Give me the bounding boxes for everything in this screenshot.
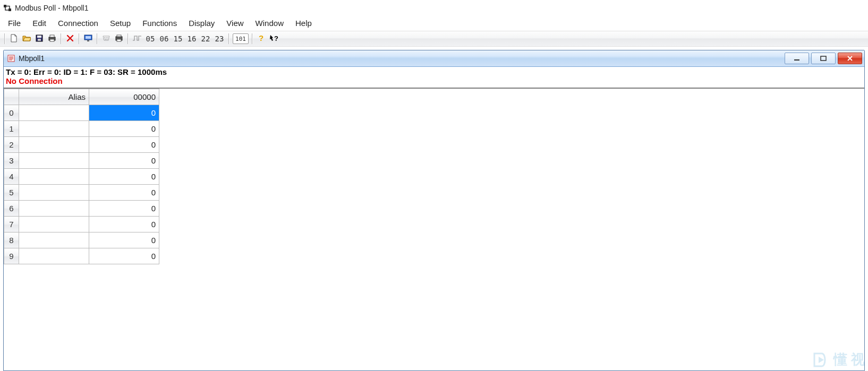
cell-alias[interactable] — [19, 169, 89, 185]
main-titlebar: Modbus Poll - Mbpoll1 — [0, 0, 868, 16]
cell-alias[interactable] — [19, 105, 89, 121]
table-row[interactable]: 70 — [4, 217, 159, 232]
svg-point-14 — [105, 39, 106, 40]
row-header[interactable]: 2 — [4, 137, 19, 153]
cell-alias[interactable] — [19, 201, 89, 217]
header-alias[interactable]: Alias — [19, 89, 89, 105]
fn-code-label: 16 — [188, 34, 197, 43]
menu-help[interactable]: Help — [290, 18, 318, 29]
svg-rect-7 — [50, 39, 54, 41]
new-button[interactable] — [7, 32, 20, 45]
child-titlebar[interactable]: Mbpoll1 — [4, 50, 864, 67]
svg-point-13 — [107, 37, 108, 38]
svg-text:?: ? — [274, 34, 278, 42]
child-window-controls — [785, 53, 863, 64]
fn-06-button[interactable]: 06 — [157, 32, 171, 45]
fn-15-button[interactable]: 15 — [171, 32, 185, 45]
cell-alias[interactable] — [19, 248, 89, 264]
svg-rect-17 — [117, 35, 121, 37]
table-row[interactable]: 40 — [4, 169, 159, 185]
menu-window[interactable]: Window — [250, 18, 290, 29]
cell-value[interactable]: 0 — [89, 248, 159, 264]
cell-value[interactable]: 0 — [89, 232, 159, 248]
whats-this-button[interactable]: ? — [268, 32, 280, 45]
fn-16-button[interactable]: 16 — [185, 32, 199, 45]
row-header[interactable]: 9 — [4, 248, 19, 264]
svg-point-11 — [104, 37, 105, 38]
disconnect-button[interactable] — [64, 32, 76, 45]
menu-display[interactable]: Display — [183, 18, 220, 29]
maximize-button[interactable] — [811, 53, 836, 64]
row-header[interactable]: 8 — [4, 232, 19, 248]
cell-value[interactable]: 0 — [89, 169, 159, 185]
menu-connection[interactable]: Connection — [52, 18, 104, 29]
row-header[interactable]: 6 — [4, 201, 19, 217]
svg-point-15 — [107, 39, 108, 40]
row-header[interactable]: 1 — [4, 121, 19, 137]
table-row[interactable]: 80 — [4, 232, 159, 248]
row-header[interactable]: 4 — [4, 169, 19, 185]
fn-code-label: 06 — [160, 34, 169, 43]
cell-value[interactable]: 0 — [89, 201, 159, 217]
cell-alias[interactable] — [19, 185, 89, 201]
question-yellow-icon: ? — [258, 34, 265, 44]
svg-rect-3 — [37, 36, 41, 38]
cell-value[interactable]: 0 — [89, 185, 159, 201]
cell-value[interactable]: 0 — [89, 137, 159, 153]
close-button[interactable] — [838, 53, 862, 64]
svg-rect-6 — [50, 35, 54, 37]
menu-setup[interactable]: Setup — [104, 18, 137, 29]
table-row[interactable]: 20 — [4, 137, 159, 153]
open-button[interactable] — [20, 32, 33, 45]
menu-edit[interactable]: Edit — [27, 18, 52, 29]
table-row[interactable]: 10 — [4, 121, 159, 137]
menu-functions[interactable]: Functions — [137, 18, 183, 29]
save-button[interactable] — [33, 32, 46, 45]
cell-value[interactable]: 0 — [89, 217, 159, 232]
x-red-icon — [66, 34, 74, 44]
monitor-button[interactable] — [82, 32, 95, 45]
main-window-title: Modbus Poll - Mbpoll1 — [15, 4, 89, 12]
fn-23-button[interactable]: 23 — [212, 32, 226, 45]
table-row[interactable]: 60 — [4, 201, 159, 217]
maximize-icon — [820, 56, 827, 61]
header-value[interactable]: 00000 — [89, 89, 159, 105]
toolbar-separator — [97, 33, 98, 44]
cell-alias[interactable] — [19, 121, 89, 137]
corner-header[interactable] — [4, 89, 19, 105]
new-file-icon — [10, 34, 18, 44]
print-button[interactable] — [46, 32, 58, 45]
register-table[interactable]: Alias 00000 00102030405060708090 — [4, 89, 159, 264]
cell-value[interactable]: 0 — [89, 121, 159, 137]
minimize-button[interactable] — [785, 53, 809, 64]
pulse-button[interactable] — [131, 32, 143, 45]
toolbar-separator — [228, 33, 229, 44]
fn-05-button[interactable]: 05 — [143, 32, 157, 45]
help-button[interactable]: ? — [255, 32, 268, 45]
svg-rect-4 — [38, 39, 41, 41]
cell-alias[interactable] — [19, 137, 89, 153]
cell-alias[interactable] — [19, 232, 89, 248]
fn-22-button[interactable]: 22 — [199, 32, 212, 45]
cell-alias[interactable] — [19, 217, 89, 232]
row-header[interactable]: 5 — [4, 185, 19, 201]
address-box[interactable]: 101 — [233, 33, 249, 44]
connect-tcp-button[interactable] — [113, 32, 125, 45]
menu-file[interactable]: File — [2, 18, 27, 29]
table-row[interactable]: 90 — [4, 248, 159, 264]
row-header[interactable]: 3 — [4, 153, 19, 169]
fn-code-label: 23 — [215, 34, 224, 43]
svg-point-12 — [106, 37, 107, 38]
table-row[interactable]: 50 — [4, 185, 159, 201]
row-header[interactable]: 7 — [4, 217, 19, 232]
open-folder-icon — [22, 34, 31, 44]
table-row[interactable]: 00 — [4, 105, 159, 121]
table-row[interactable]: 30 — [4, 153, 159, 169]
cell-value[interactable]: 0 — [89, 105, 159, 121]
cell-alias[interactable] — [19, 153, 89, 169]
connect-serial-button[interactable] — [100, 32, 113, 45]
cell-value[interactable]: 0 — [89, 153, 159, 169]
child-window-mbpoll1: Mbpoll1 Tx = 0: Err = 0: ID = 1: F = 03:… — [3, 50, 865, 371]
row-header[interactable]: 0 — [4, 105, 19, 121]
menu-view[interactable]: View — [220, 18, 249, 29]
